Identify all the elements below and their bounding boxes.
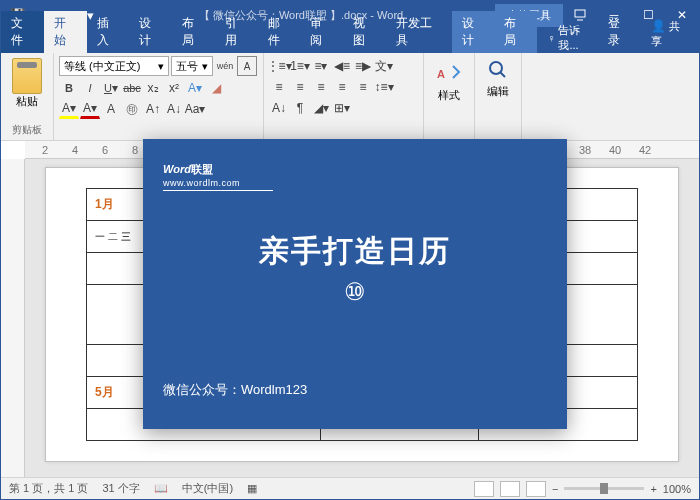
- svg-text:A: A: [437, 68, 445, 80]
- overlay-subtitle: 微信公众号：Wordlm123: [163, 381, 547, 399]
- statusbar: 第 1 页，共 1 页 31 个字 📖 中文(中国) ▦ − + 100%: [1, 477, 699, 499]
- paste-icon: [12, 58, 42, 94]
- ribbon: 粘贴 剪贴板 等线 (中文正文)▾ 五号▾ wén A B I U▾ abc x…: [1, 53, 699, 141]
- tab-insert[interactable]: 插入: [87, 11, 130, 53]
- tab-layout[interactable]: 布局: [172, 11, 215, 53]
- superscript-button[interactable]: x²: [164, 78, 184, 98]
- group-font: 等线 (中文正文)▾ 五号▾ wén A B I U▾ abc x₂ x² A▾…: [54, 53, 264, 140]
- bullets-button[interactable]: ⋮≡▾: [269, 56, 289, 76]
- tab-developer[interactable]: 开发工具: [386, 11, 452, 53]
- zoom-slider[interactable]: [564, 487, 644, 490]
- bold-button[interactable]: B: [59, 78, 79, 98]
- overlay-logo: Word联盟: [163, 155, 547, 178]
- clear-format-button[interactable]: ◢: [206, 78, 226, 98]
- line-spacing-button[interactable]: ↕≡▾: [374, 77, 394, 97]
- align-center-button[interactable]: ≡: [290, 77, 310, 97]
- font-name-combo[interactable]: 等线 (中文正文)▾: [59, 56, 169, 76]
- multilevel-button[interactable]: ≡▾: [311, 56, 331, 76]
- tab-design[interactable]: 设计: [129, 11, 172, 53]
- shading-button[interactable]: ◢▾: [311, 98, 331, 118]
- tab-references[interactable]: 引用: [215, 11, 258, 53]
- italic-button[interactable]: I: [80, 78, 100, 98]
- tab-file[interactable]: 文件: [1, 11, 44, 53]
- view-read-button[interactable]: [474, 481, 494, 497]
- tab-table-design[interactable]: 设计: [452, 11, 495, 53]
- spell-check-icon[interactable]: 📖: [154, 482, 168, 495]
- find-icon: [486, 58, 510, 82]
- decrease-indent-button[interactable]: ◀≡: [332, 56, 352, 76]
- tab-review[interactable]: 审阅: [300, 11, 343, 53]
- char-shading-button[interactable]: A: [101, 99, 121, 119]
- underline-button[interactable]: U▾: [101, 78, 121, 98]
- text-effects-button[interactable]: A▾: [185, 78, 205, 98]
- font-color-button[interactable]: A▾: [80, 99, 100, 119]
- show-marks-button[interactable]: ¶: [290, 98, 310, 118]
- tab-view[interactable]: 视图: [343, 11, 386, 53]
- sort-button[interactable]: A↓: [269, 98, 289, 118]
- borders-button[interactable]: ⊞▾: [332, 98, 352, 118]
- grow-font-button[interactable]: A↑: [143, 99, 163, 119]
- subscript-button[interactable]: x₂: [143, 78, 163, 98]
- tab-mailings[interactable]: 邮件: [258, 11, 301, 53]
- font-size-combo[interactable]: 五号▾: [171, 56, 213, 76]
- word-count[interactable]: 31 个字: [102, 481, 139, 496]
- view-print-button[interactable]: [500, 481, 520, 497]
- overlay-url: www.wordlm.com: [163, 178, 273, 191]
- group-clipboard: 粘贴 剪贴板: [1, 53, 54, 140]
- tab-table-layout[interactable]: 布局: [494, 11, 537, 53]
- align-right-button[interactable]: ≡: [311, 77, 331, 97]
- increase-indent-button[interactable]: ≡▶: [353, 56, 373, 76]
- splash-overlay: Word联盟 www.wordlm.com 亲手打造日历 ⑩ 微信公众号：Wor…: [143, 139, 567, 429]
- svg-rect-0: [575, 10, 585, 17]
- overlay-number: ⑩: [163, 278, 547, 306]
- char-border-button[interactable]: A: [237, 56, 257, 76]
- styles-button[interactable]: A 样式: [429, 56, 469, 105]
- macro-indicator[interactable]: ▦: [247, 482, 257, 495]
- zoom-in-button[interactable]: +: [650, 483, 656, 495]
- shrink-font-button[interactable]: A↓: [164, 99, 184, 119]
- vertical-ruler[interactable]: [1, 159, 25, 477]
- group-paragraph: ⋮≡▾ 1≡▾ ≡▾ ◀≡ ≡▶ 文▾ ≡ ≡ ≡ ≡ ≡ ↕≡▾ A↓ ¶ ◢…: [264, 53, 424, 140]
- zoom-level[interactable]: 100%: [663, 483, 691, 495]
- justify-button[interactable]: ≡: [332, 77, 352, 97]
- group-editing: 编辑: [475, 53, 522, 140]
- align-left-button[interactable]: ≡: [269, 77, 289, 97]
- view-web-button[interactable]: [526, 481, 546, 497]
- paste-button[interactable]: 粘贴: [6, 56, 48, 111]
- change-case-button[interactable]: Aa▾: [185, 99, 205, 119]
- strikethrough-button[interactable]: abc: [122, 78, 142, 98]
- editing-button[interactable]: 编辑: [480, 56, 516, 101]
- share-button[interactable]: 👤 共享: [641, 15, 699, 53]
- highlight-button[interactable]: A▾: [59, 99, 79, 119]
- tab-home[interactable]: 开始: [44, 11, 87, 53]
- phonetic-guide-button[interactable]: wén: [215, 56, 235, 76]
- group-styles: A 样式: [424, 53, 475, 140]
- login-button[interactable]: 登录: [598, 11, 641, 53]
- distributed-button[interactable]: ≡: [353, 77, 373, 97]
- styles-icon: A: [435, 58, 463, 86]
- ribbon-tabs: 文件 开始 插入 设计 布局 引用 邮件 审阅 视图 开发工具 设计 布局 ♀ …: [1, 29, 699, 53]
- overlay-title: 亲手打造日历: [163, 231, 547, 272]
- zoom-out-button[interactable]: −: [552, 483, 558, 495]
- language-indicator[interactable]: 中文(中国): [182, 481, 233, 496]
- page-indicator[interactable]: 第 1 页，共 1 页: [9, 481, 88, 496]
- asian-layout-button[interactable]: 文▾: [374, 56, 394, 76]
- tell-me-search[interactable]: ♀ 告诉我...: [547, 23, 598, 53]
- numbering-button[interactable]: 1≡▾: [290, 56, 310, 76]
- enclose-char-button[interactable]: ㊞: [122, 99, 142, 119]
